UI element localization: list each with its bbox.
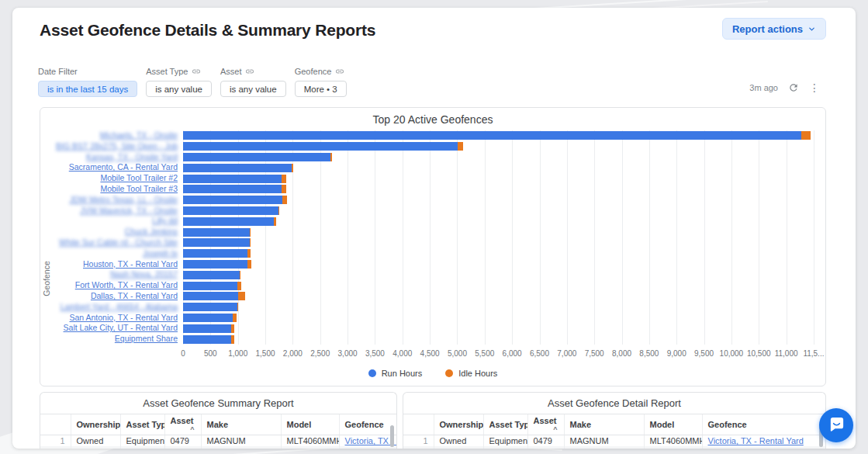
idle-hours-bar[interactable] — [250, 228, 251, 237]
geofence-link[interactable]: Victoria, TX - Rental Yard — [345, 436, 397, 445]
geofence-axis-label[interactable]: Mobile Tool Trailer #3 — [56, 184, 178, 195]
geofence-axis-label[interactable]: Mobile Tool Trailer #2 — [56, 173, 178, 184]
geofence-axis-label[interactable]: Fort Worth, TX - Rental Yard — [56, 280, 178, 291]
run-hours-bar[interactable] — [183, 196, 282, 204]
run-hours-bar[interactable] — [183, 260, 247, 269]
more-options-icon[interactable]: ⋮ — [809, 82, 820, 93]
run-hours-bar[interactable] — [183, 292, 238, 300]
geofence-axis-label[interactable]: White Sur Cable rd - Church Site — [56, 237, 178, 248]
legend-item[interactable]: Idle Hours — [445, 369, 497, 378]
filter-geofence-label: Geofence — [295, 67, 347, 76]
geofence-link[interactable]: Victoria, TX - Rental Yard — [708, 436, 804, 445]
run-hours-bar[interactable] — [183, 131, 801, 140]
run-hours-bar[interactable] — [183, 206, 278, 215]
geofence-axis-label[interactable]: Dallas, TX - Rental Yard — [56, 291, 178, 302]
x-axis-tick: 11,5... — [803, 349, 824, 358]
run-hours-bar[interactable] — [183, 335, 231, 344]
bar-row — [183, 184, 819, 195]
more-filters-button[interactable]: More • 3 — [295, 81, 347, 97]
column-header[interactable]: Ownership — [71, 414, 120, 435]
run-hours-bar[interactable] — [183, 153, 330, 161]
column-header[interactable]: Asset^ — [164, 414, 201, 435]
legend-item[interactable]: Run Hours — [368, 369, 423, 378]
column-header[interactable]: Make — [201, 414, 281, 435]
idle-hours-bar[interactable] — [282, 196, 287, 204]
geofence-axis-label[interactable]: Houston, TX - Rental Yard — [56, 259, 178, 270]
refresh-icon[interactable] — [788, 82, 799, 93]
run-hours-bar[interactable] — [183, 271, 240, 279]
x-axis: 05001,0001,5002,0002,5003,0003,5004,0004… — [183, 349, 819, 360]
report-actions-button[interactable]: Report actions — [722, 18, 826, 40]
geofence-axis-label[interactable]: Joseph tx — [56, 248, 178, 259]
table-scrollbar[interactable] — [390, 425, 394, 447]
bar-row — [183, 323, 819, 334]
run-hours-bar[interactable] — [183, 228, 250, 237]
column-header[interactable]: Model — [281, 414, 339, 435]
idle-hours-bar[interactable] — [238, 292, 244, 300]
run-hours-bar[interactable] — [183, 217, 274, 226]
geofence-axis-label[interactable]: Kansas, TX - Onsite Yard — [56, 152, 178, 163]
run-hours-bar[interactable] — [183, 249, 247, 258]
x-axis-tick: 4,000 — [393, 349, 412, 358]
idle-hours-bar[interactable] — [247, 260, 251, 269]
last-updated-text: 3m ago — [749, 83, 778, 92]
chat-fab-button[interactable] — [819, 408, 853, 442]
idle-hours-bar[interactable] — [250, 238, 251, 247]
geofence-axis-label[interactable]: Sacramento, CA - Rental Yard — [56, 162, 178, 173]
idle-hours-bar[interactable] — [237, 282, 241, 290]
idle-hours-bar[interactable] — [233, 314, 237, 322]
table-row: 2OwnedEquipment0482MAGNUMMLT3060MSacrame… — [40, 446, 396, 449]
idle-hours-bar[interactable] — [240, 271, 240, 279]
run-hours-bar[interactable] — [183, 175, 282, 183]
column-header[interactable]: Asset^ — [527, 414, 564, 435]
geofence-axis-label[interactable]: Lambert Yard - 46654 - Alabama — [56, 302, 178, 313]
idle-hours-bar[interactable] — [247, 249, 251, 258]
geofence-axis-label[interactable]: BIG BST 28x275, Site Open - Jobs LLC2 — [56, 141, 178, 152]
column-header[interactable]: Model — [644, 414, 702, 435]
geofence-axis-label[interactable]: JDW Metro Texas, LL - Onsite — [56, 195, 178, 206]
idle-hours-bar[interactable] — [282, 175, 286, 183]
cell: 0479 — [164, 435, 201, 447]
geofence-axis-label[interactable]: JVW Maverick, TX - Onsite — [56, 206, 178, 217]
cell: Equipment — [483, 435, 527, 447]
column-header[interactable]: Ownership — [434, 414, 483, 435]
column-header[interactable]: Geofence — [339, 414, 396, 435]
idle-hours-bar[interactable] — [330, 153, 332, 161]
geofence-axis-label[interactable]: Equipment Share — [56, 334, 178, 345]
idle-hours-bar[interactable] — [237, 303, 238, 311]
run-hours-bar[interactable] — [183, 314, 233, 322]
geofence-axis-label[interactable]: Michaels, TX - Onsite — [56, 130, 178, 141]
column-header[interactable]: Make — [564, 414, 644, 435]
bar-row — [183, 227, 819, 237]
geofence-axis-label[interactable]: Salt Lake City, UT - Rental Yard — [56, 323, 178, 334]
column-header[interactable]: Asset Type — [120, 414, 164, 435]
filter-asset-value[interactable]: is any value — [220, 81, 286, 97]
run-hours-bar[interactable] — [183, 238, 250, 247]
run-hours-bar[interactable] — [183, 324, 231, 333]
run-hours-bar[interactable] — [183, 282, 237, 290]
row-number-header — [40, 414, 71, 435]
geofence-axis-label[interactable]: Chuck Jenkins — [56, 227, 178, 237]
run-hours-bar[interactable] — [183, 303, 237, 311]
geofence-link[interactable]: Sacramento, CA - Rental Yard — [708, 447, 822, 449]
bar-row — [183, 162, 819, 173]
geofence-link[interactable]: Sacramento, CA - Rental Yard — [345, 447, 397, 449]
idle-hours-bar[interactable] — [458, 142, 463, 151]
run-hours-bar[interactable] — [183, 185, 282, 193]
idle-hours-bar[interactable] — [231, 335, 234, 344]
idle-hours-bar[interactable] — [282, 185, 286, 193]
run-hours-bar[interactable] — [183, 142, 458, 151]
filter-date-value[interactable]: is in the last 15 days — [38, 81, 137, 97]
idle-hours-bar[interactable] — [274, 217, 275, 226]
idle-hours-bar[interactable] — [801, 131, 810, 140]
geofence-axis-label[interactable]: Lilly dd — [56, 216, 178, 227]
idle-hours-bar[interactable] — [231, 324, 234, 333]
column-header[interactable]: Geofence — [702, 414, 825, 435]
idle-hours-bar[interactable] — [292, 164, 293, 172]
idle-hours-bar[interactable] — [278, 206, 279, 215]
geofence-axis-label[interactable]: Nash Nova, 20157 — [56, 269, 178, 280]
geofence-axis-label[interactable]: San Antonio, TX - Rental Yard — [56, 313, 178, 324]
filter-asset-type-value[interactable]: is any value — [146, 81, 212, 97]
run-hours-bar[interactable] — [183, 164, 292, 172]
column-header[interactable]: Asset Type — [483, 414, 527, 435]
